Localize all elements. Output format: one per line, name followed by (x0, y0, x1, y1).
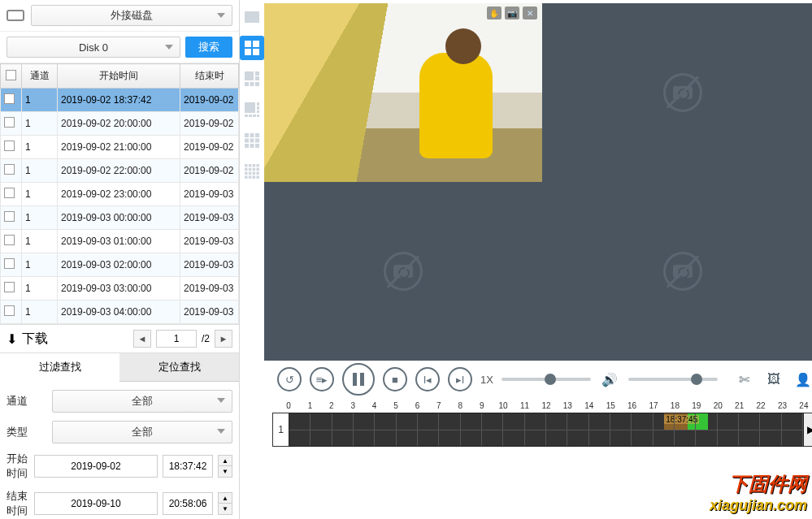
table-row[interactable]: 12019-09-02 23:00:002019-09-03 (1, 183, 239, 206)
svg-rect-20 (255, 133, 259, 137)
table-row[interactable]: 12019-09-02 21:00:002019-09-02 (1, 136, 239, 159)
prev-frame-button[interactable]: I◂ (415, 367, 440, 391)
layout-8-button[interactable] (240, 97, 264, 122)
table-row[interactable]: 12019-09-03 01:00:002019-09-03 (1, 230, 239, 253)
end-time-input[interactable] (163, 492, 213, 515)
chevron-down-icon (217, 429, 225, 434)
osd-hand-icon[interactable]: ✋ (487, 6, 502, 19)
cut-button[interactable]: ✄ (734, 369, 755, 390)
svg-rect-3 (253, 49, 259, 55)
svg-rect-4 (245, 71, 254, 80)
svg-rect-21 (245, 139, 249, 143)
disk-icon (7, 10, 24, 21)
video-cell-4[interactable] (543, 183, 812, 361)
start-time-label: 开始时间 (7, 452, 29, 481)
right-panel: ✋ 📷 ✕ ↺ ≡▸ ■ I◂ ▸I 1X 🔊 ✄ 🖼 (264, 0, 812, 519)
download-label[interactable]: 下载 (22, 331, 48, 348)
svg-rect-36 (249, 172, 252, 175)
playback-controls: ↺ ≡▸ ■ I◂ ▸I 1X 🔊 ✄ 🖼 👤 (264, 361, 812, 398)
svg-rect-30 (256, 164, 259, 167)
chevron-down-icon (165, 45, 173, 50)
search-button[interactable]: 搜索 (185, 37, 232, 58)
download-icon: ⬇ (7, 331, 17, 347)
user-button[interactable]: 👤 (792, 369, 812, 390)
layout-4-button[interactable] (240, 36, 264, 60)
osd-close-icon[interactable]: ✕ (523, 6, 537, 19)
volume-slider[interactable] (628, 378, 718, 381)
svg-rect-41 (253, 175, 256, 179)
table-row[interactable]: 12019-09-02 18:37:422019-09-02 (1, 89, 239, 112)
video-cell-2[interactable] (543, 3, 812, 182)
disk-select-label: Disk 0 (79, 41, 108, 54)
next-frame-button[interactable]: ▸I (448, 367, 472, 391)
svg-rect-17 (257, 115, 259, 117)
svg-rect-5 (255, 71, 259, 76)
svg-rect-8 (250, 82, 254, 86)
rewind-button[interactable]: ↺ (277, 367, 302, 391)
disk-select[interactable]: Disk 0 (7, 37, 180, 58)
snapshot-button[interactable]: 🖼 (763, 369, 784, 390)
svg-rect-35 (245, 172, 248, 175)
start-time-input[interactable] (163, 455, 213, 478)
tab-locate-search[interactable]: 定位查找 (119, 353, 239, 382)
video-cell-1[interactable]: ✋ 📷 ✕ (264, 3, 542, 182)
table-row[interactable]: 12019-09-03 03:00:002019-09-03 (1, 277, 239, 301)
svg-rect-18 (245, 133, 249, 137)
layout-6-button[interactable] (240, 67, 264, 91)
layout-16-button[interactable] (240, 159, 264, 184)
no-signal-icon (663, 252, 702, 291)
timeline: 0123456789101112131415161718192021222324… (264, 398, 812, 453)
col-start[interactable]: 开始时间 (58, 64, 180, 89)
timeline-row-label: 1 (272, 413, 289, 447)
play-pause-button[interactable] (342, 363, 375, 396)
tab-filter-search[interactable]: 过滤查找 (0, 353, 119, 382)
svg-rect-26 (255, 144, 259, 148)
end-date-input[interactable] (34, 492, 158, 515)
chevron-down-icon (217, 13, 225, 18)
page-prev-button[interactable]: ◄ (133, 330, 151, 348)
svg-rect-10 (245, 102, 255, 113)
table-row[interactable]: 12019-09-03 00:00:002019-09-03 (1, 206, 239, 230)
video-cell-3[interactable] (264, 183, 542, 361)
svg-rect-42 (256, 175, 259, 179)
svg-rect-25 (250, 144, 254, 148)
timeline-next-button[interactable]: ▶ (804, 413, 812, 447)
no-signal-icon (663, 73, 702, 112)
svg-rect-6 (255, 76, 259, 80)
page-next-button[interactable]: ► (215, 330, 232, 348)
table-row[interactable]: 12019-09-02 22:00:002019-09-02 (1, 159, 239, 183)
disk-type-select[interactable]: 外接磁盘 (31, 5, 232, 26)
channel-select[interactable]: 全部 (52, 390, 232, 413)
channel-label: 通道 (7, 394, 47, 409)
timeline-ruler: 0123456789101112131415161718192021222324 (289, 401, 804, 413)
layout-9-button[interactable] (240, 128, 264, 153)
col-channel[interactable]: 通道 (22, 64, 58, 89)
video-grid: ✋ 📷 ✕ (264, 3, 812, 361)
table-row[interactable]: 12019-09-02 20:00:002019-09-02 (1, 112, 239, 136)
svg-rect-7 (245, 82, 249, 86)
start-date-input[interactable] (34, 455, 158, 478)
layout-1-button[interactable] (240, 5, 264, 29)
stop-button[interactable]: ■ (383, 367, 407, 391)
svg-rect-11 (257, 102, 259, 106)
col-check[interactable] (1, 64, 22, 89)
table-row[interactable]: 12019-09-03 02:00:002019-09-03 (1, 253, 239, 277)
osd-camera-icon[interactable]: 📷 (505, 6, 519, 19)
svg-rect-29 (253, 164, 256, 167)
svg-rect-22 (250, 139, 254, 143)
type-select[interactable]: 全部 (52, 421, 232, 443)
svg-rect-16 (253, 115, 256, 117)
page-input[interactable] (156, 330, 197, 348)
col-end[interactable]: 结束时 (180, 64, 239, 89)
svg-rect-23 (255, 139, 259, 143)
svg-rect-15 (249, 115, 252, 117)
start-time-stepper[interactable]: ▲▼ (218, 455, 232, 478)
speed-slider[interactable] (502, 378, 591, 381)
volume-icon[interactable]: 🔊 (599, 369, 620, 390)
end-time-stepper[interactable]: ▲▼ (218, 492, 232, 515)
svg-rect-14 (245, 115, 248, 117)
no-signal-icon (384, 252, 423, 291)
table-row[interactable]: 12019-09-03 04:00:002019-09-03 (1, 301, 239, 324)
timeline-track[interactable]: 18:37:45 (289, 413, 804, 447)
slow-button[interactable]: ≡▸ (310, 367, 334, 391)
